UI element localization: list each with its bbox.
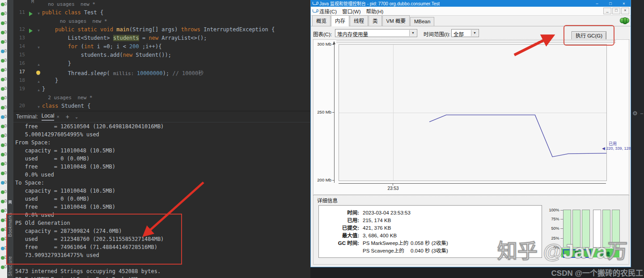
fold-icon[interactable] <box>35 69 42 77</box>
tab-overview[interactable]: 概览 <box>312 15 330 26</box>
pool-group-heap[interactable]: 堆 <box>563 249 591 258</box>
file-letter: D <box>4 208 7 213</box>
terminal-line: 5473 interned Strings occupying 452088 b… <box>15 268 310 276</box>
menu-help[interactable]: 帮助(H) <box>366 8 383 15</box>
tab-mbean[interactable]: MBean <box>410 17 434 26</box>
code-line[interactable]: 16▴ } <box>13 60 310 69</box>
pool-bar[interactable] <box>563 210 571 248</box>
code-line[interactable]: 18▴ } <box>13 77 310 86</box>
close-button[interactable]: × <box>617 1 631 6</box>
code-line[interactable]: 17 Thread.sleep( millis: 10000000); // 1… <box>13 69 310 77</box>
new-terminal-icon[interactable]: + <box>66 113 69 120</box>
bulb-icon[interactable] <box>36 71 40 75</box>
code-seg: students.add( <box>42 52 123 58</box>
menu-connect[interactable]: 连接(C) <box>319 8 337 15</box>
code-seg: ( <box>77 43 84 50</box>
file-icon <box>1 181 4 185</box>
code-seg: } <box>42 77 58 84</box>
file-row: D <box>0 103 7 113</box>
fold-icon[interactable]: ▴ <box>35 86 42 94</box>
file-letter: D <box>4 190 7 194</box>
fold-icon[interactable] <box>35 35 42 43</box>
code-line[interactable]: 14▾ for (int i =0; i < 200 ;i++){ <box>13 43 310 52</box>
detail-row-value: PS Scavenge上的 <box>359 247 404 255</box>
terminal-tab-local[interactable]: Local <box>42 113 55 121</box>
fold-icon[interactable]: ▾ <box>35 26 42 35</box>
watermark-csdn: CSDN @一个搬砖的农民工 <box>551 267 643 278</box>
fold-icon[interactable]: ▾ <box>35 103 42 111</box>
gutter-icon-slot <box>27 77 35 86</box>
tab-memory[interactable]: 内存 <box>331 15 349 26</box>
pool-group-nonheap[interactable]: 非堆 <box>592 250 619 257</box>
gutter-icon-slot <box>27 94 35 103</box>
jconsole-titlebar[interactable]: Java 监视和管理控制台 - pid: 7700 org.dubbo.cons… <box>311 0 631 7</box>
x-tick-label: 23:53 <box>381 186 405 191</box>
inner-restore-button[interactable]: □ <box>612 8 620 14</box>
collapse-icon[interactable]: – <box>640 110 643 116</box>
y-axis <box>334 44 335 183</box>
pool-tick-label: 50% -- <box>544 226 563 231</box>
code-line[interactable]: 11▾public class Test { <box>13 9 310 18</box>
tab-classes[interactable]: 类 <box>369 15 382 26</box>
code-line[interactable]: no usages new * <box>13 18 310 26</box>
detail-row: 最大值:3, 686, 400 KB <box>319 232 542 240</box>
code-text: 2 usages new * <box>42 94 93 103</box>
run-icon[interactable] <box>29 12 33 16</box>
code-line[interactable]: 19▴} <box>13 86 310 94</box>
code-editor[interactable]: M no usages new *11▾public class Test { … <box>13 0 310 111</box>
inner-minimize-button[interactable]: _ <box>603 8 611 14</box>
run-icon[interactable] <box>29 29 33 33</box>
code-line[interactable]: 12▾ public static void main(String[] arg… <box>13 26 310 35</box>
tab-vm-summary[interactable]: VM 概要 <box>382 15 410 26</box>
time-range-dropdown[interactable]: 全部 ▼ <box>451 29 479 37</box>
terminal-title: Terminal: <box>16 114 38 120</box>
pool-bar[interactable] <box>602 210 610 248</box>
heap-usage-plot[interactable] <box>339 44 607 181</box>
terminal-line: free = 126510504 (120.64981842041016MB) <box>15 123 310 131</box>
code-line[interactable]: 20▾class Student { <box>13 103 310 111</box>
annotation-redbox-old-gen <box>6 214 182 265</box>
fold-icon[interactable]: ▴ <box>35 60 42 69</box>
inner-close-button[interactable]: × <box>621 8 629 14</box>
memory-pools-chart[interactable]: 堆 非堆 100% --75% --50% --25% --0% -- <box>544 206 629 263</box>
file-letter: D <box>4 49 7 53</box>
code-seg: throws <box>181 26 200 33</box>
terminal-tab-close-icon[interactable]: × <box>56 114 59 119</box>
detail-row-extra: 0.058 秒 (2收集) <box>411 240 448 247</box>
code-line[interactable]: no usages new * <box>13 1 310 9</box>
fold-icon[interactable] <box>35 94 42 103</box>
code-line[interactable]: 2 usages new * <box>13 94 310 103</box>
fold-icon[interactable] <box>35 18 42 26</box>
file-row: D <box>0 56 7 66</box>
chart-select-dropdown[interactable]: 堆内存使用量 ▼ <box>335 29 417 37</box>
pool-bar[interactable] <box>612 210 620 248</box>
pool-bar[interactable] <box>572 210 580 248</box>
maximize-button[interactable]: □ <box>604 1 617 6</box>
code-line[interactable]: 15 students.add(new Student()); <box>13 52 310 60</box>
file-letter: D <box>4 152 7 156</box>
pool-bar[interactable] <box>582 210 590 248</box>
menu-window[interactable]: 窗口(W) <box>342 8 361 15</box>
fold-icon[interactable] <box>35 52 42 60</box>
file-icon <box>1 200 4 203</box>
pool-bar[interactable] <box>593 210 601 248</box>
detail-row-extra: 0.040 秒 (3收集) <box>411 247 448 255</box>
code-line[interactable]: 13 List<Student> students = new ArrayLis… <box>13 35 310 43</box>
code-text: public static void main(String[] args) t… <box>42 26 275 35</box>
chart-select-label: 图表(C): <box>313 30 332 38</box>
code-seg: Student { <box>58 103 90 109</box>
fold-icon[interactable] <box>35 1 42 9</box>
gear-icon[interactable]: ⚙ <box>632 110 638 117</box>
code-text: } <box>42 86 45 94</box>
chevron-down-icon[interactable]: ⌄ <box>75 114 78 119</box>
detail-row: 已用:215, 174 KB <box>319 217 542 224</box>
gutter-icon-slot <box>27 1 35 9</box>
tab-threads[interactable]: 线程 <box>350 15 368 26</box>
fold-icon[interactable]: ▴ <box>35 77 42 86</box>
fold-icon[interactable]: ▾ <box>35 9 42 18</box>
file-icon <box>1 3 4 6</box>
connection-status-icon <box>620 18 629 23</box>
gutter-icon-slot <box>27 43 35 52</box>
minimize-button[interactable]: – <box>590 1 604 6</box>
fold-icon[interactable]: ▾ <box>35 43 42 52</box>
